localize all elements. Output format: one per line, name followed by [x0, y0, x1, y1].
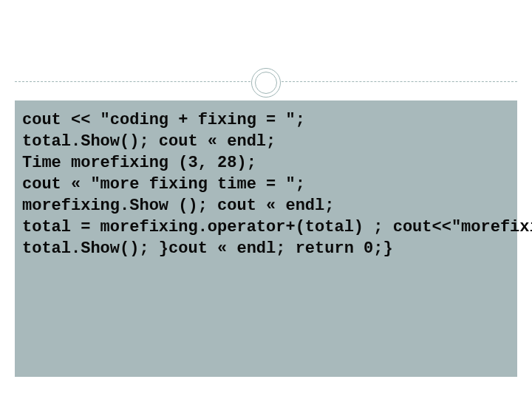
code-line-3: Time morefixing (3, 28);: [22, 154, 256, 172]
code-line-7: total.Show(); }cout « endl; return 0;}: [22, 239, 393, 258]
header-divider-circle-inner: [255, 72, 277, 94]
code-line-1: cout << "coding + fixing = ";: [22, 111, 305, 129]
content-panel: cout << "coding + fixing = "; total.Show…: [15, 100, 517, 377]
code-line-5: morefixing.Show (); cout « endl;: [22, 197, 334, 215]
code-line-4: cout « "more fixing time = ";: [22, 175, 305, 194]
code-block: cout << "coding + fixing = "; total.Show…: [22, 109, 510, 259]
slide: cout << "coding + fixing = "; total.Show…: [0, 0, 532, 399]
code-line-6: total = morefixing.operator+(total) ; co…: [22, 218, 532, 236]
code-line-2: total.Show(); cout « endl;: [22, 132, 276, 151]
